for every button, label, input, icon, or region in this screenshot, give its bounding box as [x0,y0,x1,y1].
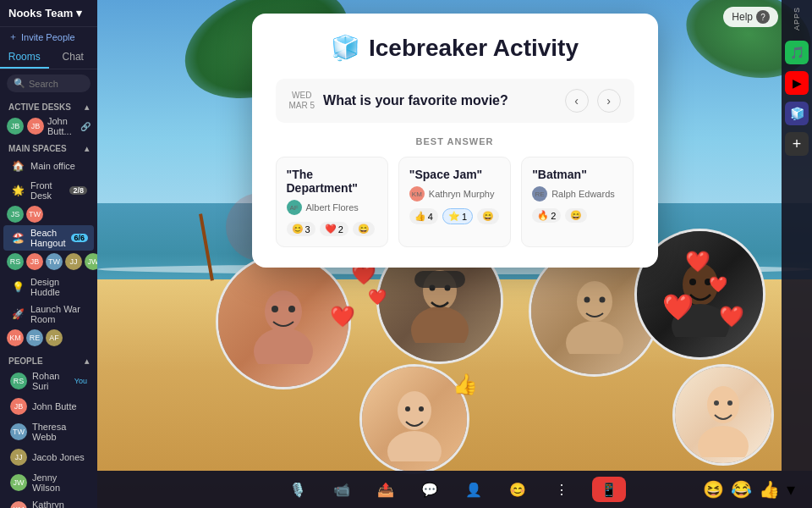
reaction-thumbsup[interactable]: 👍 [759,479,780,500]
video-button[interactable]: 📹 [328,476,355,503]
reaction-chip[interactable]: 😄 [353,222,375,236]
space-label: Main office [30,161,75,171]
sidebar-item-launch-war-room[interactable]: 🚀 Launch War Room [3,301,94,327]
svg-point-20 [405,406,410,411]
face-5 [362,367,467,472]
svg-point-10 [577,281,612,322]
person-name: Kathryn Murphy [32,500,87,508]
sidebar-person-rohan[interactable]: RS Rohan Suri You [3,368,94,394]
help-icon: ? [756,10,770,24]
spotify-button[interactable]: 🎵 [785,41,809,64]
person-name: John Butte [32,401,77,411]
space-label: Launch War Room [30,304,87,324]
space-label: Front Desk [30,180,64,201]
tab-chat[interactable]: Chat [49,47,98,69]
mic-button[interactable]: 🎙️ [284,476,311,503]
answer-author-3: RE Ralph Edwards [532,186,623,202]
reaction-chip[interactable]: 🔥 2 [532,208,561,223]
reaction-chip-highlighted[interactable]: ⭐ 1 [442,208,473,224]
avatar: RE [26,329,43,346]
svg-point-13 [599,296,605,302]
modal-overlay: 🧊 Icebreaker Activity WED MAR 5 What is … [252,14,658,268]
team-name[interactable]: Nooks Team ▾ [8,7,82,19]
reactions-1: 😊 3 ❤️ 2 😄 [287,222,377,236]
end-call-button[interactable]: 📱 [592,477,626,502]
video-circle-1[interactable] [216,254,351,389]
svg-point-24 [714,400,719,406]
next-question-button[interactable]: › [597,89,621,113]
more-button[interactable]: ⋮ [548,476,575,503]
add-app-button[interactable]: + [785,132,809,156]
reaction-chip[interactable]: ❤️ 2 [320,222,348,236]
sidebar-item-main-office[interactable]: 🏠 Main office [3,156,94,176]
prev-question-button[interactable]: ‹ [565,89,589,113]
person-name: Theresa Webb [32,422,87,442]
emoji-button[interactable]: 😊 [504,476,531,503]
modal-title: 🧊 Icebreaker Activity [276,34,634,62]
main-spaces-label: MAIN SPACES ▴ [0,139,97,155]
reaction-chip[interactable]: 😄 [477,208,499,224]
video-circle-6[interactable] [672,364,774,466]
search-icon: 🔍 [14,78,25,89]
help-button[interactable]: Help ? [723,7,778,27]
svg-point-18 [398,391,431,430]
answer-text-3: "Batman" [532,168,623,181]
answer-card-3: "Batman" RE Ralph Edwards 🔥 2 😄 [521,157,634,247]
desk-icon: 🔗 [80,122,91,131]
main-area: ❤️ ❤️ ❤️ ❤️ ❤️ ❤️ ❤️ 👍 Help ? 🧊 Icebreak… [97,0,812,508]
share-button[interactable]: 📤 [372,476,399,503]
sidebar-person-jenny[interactable]: JW Jenny Wilson [3,470,94,495]
author-avatar-3: RE [532,186,547,202]
svg-rect-9 [414,271,465,288]
svg-point-16 [689,279,696,285]
sidebar-person-jacob[interactable]: JJ Jacob Jones [3,446,94,468]
reaction-joy[interactable]: 😂 [731,479,752,500]
reaction-chip[interactable]: 😊 3 [287,222,315,236]
best-answer-label: BEST ANSWER [276,136,634,146]
plus-icon: ＋ [8,30,18,43]
svg-point-1 [254,328,313,364]
sidebar-item-beach-hangout[interactable]: 🏖️ Beach Hangout 6/6 [3,225,94,251]
question-date: WED MAR 5 [289,91,315,111]
answer-author-1: AF Albert Flores [287,200,377,215]
reaction-chevron[interactable]: ▾ [787,479,795,500]
avatar: RS [7,253,24,270]
nooks-app-button[interactable]: 🧊 [785,102,809,125]
chat-button[interactable]: 💬 [416,476,443,503]
active-desks-label: ACTIVE DESKS ▴ [0,97,97,113]
sidebar-item-design-huddle[interactable]: 💡 Design Huddle [3,274,94,300]
avatar: JB [10,398,27,415]
sidebar-person-kathryn[interactable]: KM Kathryn Murphy [3,497,94,508]
video-circle-5[interactable] [359,364,469,474]
answer-card-2: "Space Jam" KM Kathryn Murphy 👍 4 ⭐ 1 😄 [398,157,511,247]
space-label: Beach Hangout [30,228,66,248]
active-desk-item[interactable]: JB JB John Butt... 🔗 [0,113,97,139]
avatar: JW [85,253,97,270]
face-1 [218,257,348,387]
person-name: Rohan Suri [32,371,68,391]
you-badge: You [74,377,87,385]
youtube-button[interactable]: ▶ [785,71,809,95]
icebreaker-modal: 🧊 Icebreaker Activity WED MAR 5 What is … [252,14,658,268]
tab-rooms[interactable]: Rooms [0,47,49,69]
avatar: JS [7,206,24,223]
svg-point-4 [265,290,302,333]
reaction-chip[interactable]: 👍 4 [409,208,438,224]
avatar: JJ [65,253,82,270]
reaction-laughing[interactable]: 😆 [703,479,724,500]
svg-point-21 [419,406,424,411]
svg-point-6 [411,306,469,343]
search-box[interactable]: 🔍 Search [7,75,91,92]
desk-person-name: John Butt... [47,116,77,136]
space-badge: 6/6 [71,234,89,242]
sidebar-person-john[interactable]: JB John Butte [3,395,94,417]
search-placeholder: Search [29,79,58,89]
reaction-chip[interactable]: 😄 [565,208,587,223]
sidebar-item-front-desk[interactable]: 🌟 Front Desk 2/8 [3,178,94,203]
people-button[interactable]: 👤 [460,476,487,503]
space-icon: 🏖️ [10,230,25,246]
modal-title-text: Icebreaker Activity [369,35,579,62]
sidebar-person-theresa[interactable]: TW Theresa Webb [3,419,94,444]
answer-card-1: "The Department" AF Albert Flores 😊 3 ❤️… [276,157,388,247]
invite-people-button[interactable]: ＋ Invite People [0,27,97,47]
